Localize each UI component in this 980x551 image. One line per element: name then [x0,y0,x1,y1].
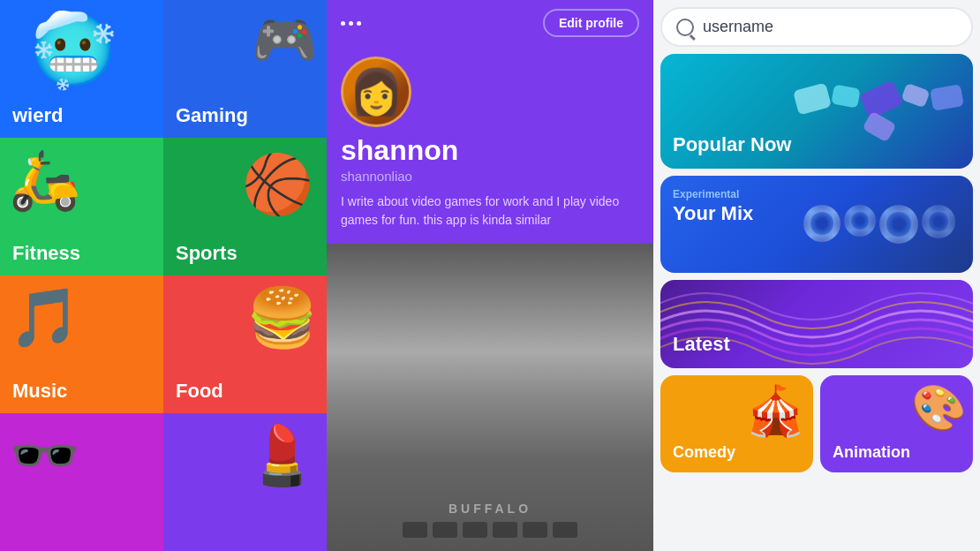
category-label-food: Food [176,380,314,403]
search-icon [676,19,694,36]
gaming-icon: 🎮 [252,9,318,72]
wierd-icon: 🥶 [29,9,117,92]
brand-text: BUFFALO [449,502,531,516]
avatar: 👩 [341,57,411,127]
category-label-fitness: Fitness [12,242,151,265]
category-label-wierd: wierd [12,104,151,127]
category-card-music[interactable]: 🎵 Music [0,276,163,413]
category-card-sports[interactable]: 🏀 Sports [163,138,327,276]
music-icon: 🎵 [9,284,80,351]
video-area[interactable]: BUFFALO [327,244,653,551]
lipstick-icon: 💄 [246,422,318,489]
comedy-label: Comedy [673,443,735,462]
category-label-sports: Sports [176,242,314,265]
category-card-gaming[interactable]: 🎮 Gaming [163,0,327,138]
comedy-icon: 🎪 [745,382,806,440]
animation-label: Animation [833,443,910,462]
glasses-icon: 🕶️ [9,422,80,489]
right-panel: username Popular Now Experimental Your M… [653,0,980,551]
animation-banner[interactable]: 🎨 Animation [820,375,973,472]
dot2 [349,21,353,26]
popular-now-banner[interactable]: Popular Now [660,54,973,169]
animation-icon: 🎨 [911,382,966,434]
profile-name: shannon [341,134,639,167]
your-mix-banner[interactable]: Experimental Your Mix [660,176,973,273]
dot1 [341,21,345,26]
middle-panel: Edit profile 👩 shannon shannonliao I wri… [327,0,653,551]
category-label-gaming: Gaming [176,104,314,127]
edit-profile-button[interactable]: Edit profile [543,9,639,37]
latest-banner[interactable]: Latest [660,280,973,368]
profile-header: Edit profile [327,0,653,46]
dot3 [357,21,361,26]
profile-bio: I write about video games for work and I… [341,192,639,230]
avatar-row: 👩 [341,46,639,134]
food-icon: 🍔 [246,284,318,351]
popular-now-label: Popular Now [673,133,791,156]
fitness-icon: 🛵 [9,147,80,214]
profile-content: 👩 shannon shannonliao I write about vide… [327,46,653,244]
category-card-misc1[interactable]: 🕶️ [0,413,163,551]
category-label-music: Music [12,380,151,403]
dots-menu[interactable] [341,21,361,26]
experimental-label: Experimental [673,188,739,200]
your-mix-deco [786,176,973,273]
category-card-food[interactable]: 🍔 Food [163,276,327,413]
search-bar[interactable]: username [660,7,973,47]
video-background: BUFFALO [327,244,653,551]
comedy-banner[interactable]: 🎪 Comedy [660,375,813,472]
popular-deco [786,54,973,169]
sports-icon: 🏀 [242,151,313,218]
search-username-text: username [703,18,773,36]
avatar-image: 👩 [343,59,409,125]
category-card-misc2[interactable]: 💄 [163,413,327,551]
category-card-fitness[interactable]: 🛵 Fitness [0,138,163,276]
bottom-banners: 🎪 Comedy 🎨 Animation [660,375,973,544]
category-card-wierd[interactable]: 🥶 wierd [0,0,163,138]
left-panel: 🥶 wierd 🎮 Gaming 🛵 Fitness 🏀 Sports 🎵 Mu… [0,0,327,551]
profile-handle: shannonliao [341,169,639,184]
latest-label: Latest [673,333,730,356]
your-mix-label: Your Mix [673,202,753,225]
